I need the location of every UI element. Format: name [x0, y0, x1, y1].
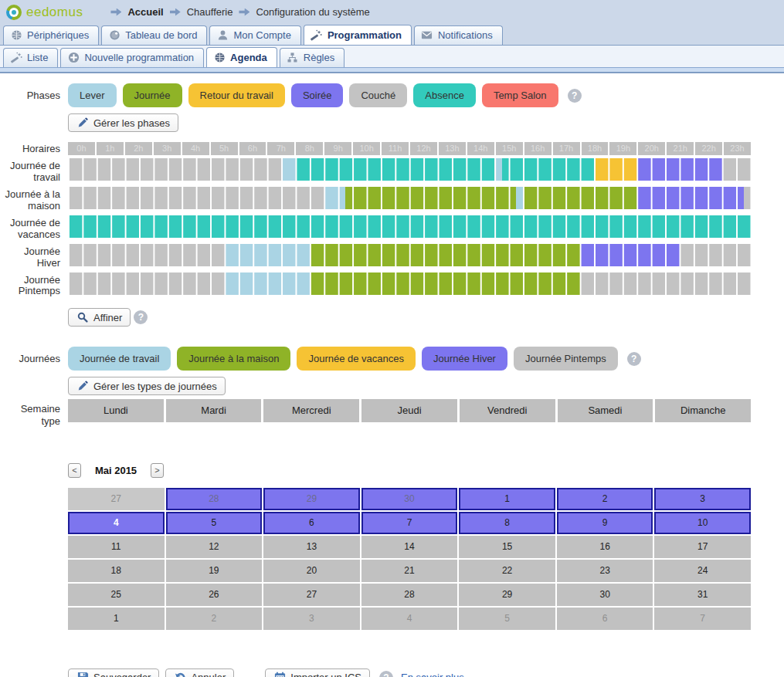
- day-type-button-journee-de-travail[interactable]: Journée de travail: [68, 347, 171, 371]
- main-tab-mon-compte[interactable]: Mon Compte: [209, 25, 300, 45]
- calendar-day-cell[interactable]: 28: [361, 584, 458, 606]
- eedomus-logo[interactable]: eedomus: [6, 5, 83, 20]
- manage-phases-button[interactable]: Gérer les phases: [68, 113, 178, 132]
- phase-button-temp-salon[interactable]: Temp Salon: [482, 83, 558, 107]
- calendar-day-cell[interactable]: 12: [166, 536, 263, 558]
- main-tab-peripheriques[interactable]: Périphériques: [3, 25, 99, 45]
- calendar-day-cell[interactable]: 21: [361, 560, 458, 582]
- calendar-day-cell[interactable]: 28: [166, 488, 263, 510]
- timeline-segment-lever[interactable]: [324, 187, 346, 209]
- calendar-day-cell[interactable]: 29: [459, 584, 555, 606]
- phase-button-couche[interactable]: Couché: [349, 83, 407, 107]
- calendar-day-cell[interactable]: 20: [263, 560, 360, 582]
- timeline-segment-soiree[interactable]: [580, 244, 680, 266]
- day-type-button-journee-hiver[interactable]: Journée Hiver: [422, 347, 507, 371]
- calendar-day-cell[interactable]: 2: [557, 488, 653, 510]
- timeline-segment-journee[interactable]: [310, 244, 580, 266]
- breadcrumb-item-accueil[interactable]: Accueil: [127, 6, 163, 18]
- timeline-segment-couche[interactable]: [68, 244, 225, 266]
- help-icon[interactable]: ?: [568, 89, 582, 103]
- timeline-segment-journee[interactable]: [310, 272, 580, 295]
- day-type-button-journee-de-vacances[interactable]: Journée de vacances: [297, 347, 416, 371]
- timeline-segment-absence[interactable]: [296, 158, 495, 181]
- calendar-day-cell[interactable]: 27: [68, 488, 165, 510]
- calendar-day-cell[interactable]: 6: [557, 608, 653, 630]
- timeline-segment-couche[interactable]: [680, 244, 751, 266]
- timeline-segment-lever[interactable]: [495, 158, 502, 181]
- timeline-segment-couche[interactable]: [744, 187, 751, 209]
- calendar-day-cell[interactable]: 11: [68, 536, 165, 558]
- calendar-day-cell[interactable]: 9: [557, 512, 653, 534]
- calendar-day-cell[interactable]: 5: [459, 608, 555, 630]
- calendar-day-cell[interactable]: 1: [68, 608, 165, 630]
- save-button[interactable]: Sauvegarder: [68, 669, 159, 677]
- import-ics-button[interactable]: Importer un ICS: [265, 669, 370, 677]
- learn-more-link[interactable]: En savoir plus: [401, 672, 464, 677]
- timeline-segment-couche[interactable]: [68, 187, 324, 209]
- help-icon[interactable]: ?: [627, 352, 641, 366]
- calendar-day-cell[interactable]: 30: [557, 584, 653, 606]
- phase-button-retour-du-travail[interactable]: Retour du travail: [188, 83, 285, 107]
- day-type-button-journee-a-la-maison[interactable]: Journée à la maison: [177, 347, 290, 371]
- timeline-segment-retour[interactable]: [594, 158, 636, 181]
- calendar-day-cell[interactable]: 4: [361, 608, 458, 630]
- timeline-segment-couche[interactable]: [68, 158, 281, 181]
- timeline-segment-journee[interactable]: [345, 187, 516, 209]
- help-icon[interactable]: ?: [379, 671, 393, 677]
- calendar-day-cell[interactable]: 19: [166, 560, 263, 582]
- breadcrumb-item-configuration-du-systeme[interactable]: Configuration du système: [256, 6, 369, 18]
- phase-button-absence[interactable]: Absence: [413, 83, 476, 107]
- sub-tab-agenda[interactable]: Agenda: [206, 47, 277, 67]
- timeline-segment-soiree[interactable]: [637, 187, 744, 209]
- calendar-day-cell[interactable]: 3: [263, 608, 360, 630]
- sub-tab-liste[interactable]: Liste: [3, 48, 58, 67]
- timeline-bar-journee-a-la-maison[interactable]: [68, 187, 751, 209]
- timeline-segment-lever[interactable]: [225, 244, 311, 266]
- calendar-day-cell[interactable]: 26: [166, 584, 263, 606]
- calendar-day-cell[interactable]: 27: [263, 584, 360, 606]
- calendar-day-cell[interactable]: 13: [263, 536, 360, 558]
- timeline-segment-couche[interactable]: [722, 158, 751, 181]
- cancel-button[interactable]: Annuler: [165, 669, 234, 677]
- timeline-segment-journee[interactable]: [523, 187, 636, 209]
- timeline-bar-journee-de-vacances[interactable]: [68, 215, 751, 238]
- phase-button-journee[interactable]: Journée: [123, 83, 182, 107]
- calendar-day-cell[interactable]: 8: [459, 512, 555, 534]
- calendar-day-cell[interactable]: 5: [166, 512, 263, 534]
- calendar-day-cell[interactable]: 17: [654, 536, 751, 558]
- main-tab-notifications[interactable]: Notifications: [414, 25, 503, 45]
- timeline-segment-soiree[interactable]: [637, 158, 723, 181]
- timeline-segment-lever[interactable]: [281, 158, 295, 181]
- affiner-button[interactable]: Affiner: [68, 308, 131, 327]
- phase-button-soiree[interactable]: Soirée: [291, 83, 344, 107]
- calendar-next-button[interactable]: >: [151, 463, 164, 478]
- timeline-bar-journee-pintemps[interactable]: [68, 272, 751, 295]
- help-icon[interactable]: ?: [134, 310, 148, 324]
- timeline-segment-lever[interactable]: [225, 272, 311, 295]
- calendar-day-cell[interactable]: 7: [654, 608, 751, 630]
- calendar-day-cell[interactable]: 7: [361, 512, 458, 534]
- calendar-day-cell[interactable]: 25: [68, 584, 165, 606]
- calendar-day-cell[interactable]: 14: [361, 536, 458, 558]
- calendar-day-cell[interactable]: 3: [654, 488, 751, 510]
- calendar-day-cell[interactable]: 2: [166, 608, 263, 630]
- phase-button-lever[interactable]: Lever: [68, 83, 117, 107]
- manage-day-types-button[interactable]: Gérer les types de journées: [68, 377, 226, 395]
- calendar-day-cell[interactable]: 4: [68, 512, 165, 534]
- day-type-button-journee-pintemps[interactable]: Journée Pintemps: [514, 347, 618, 371]
- calendar-day-cell[interactable]: 1: [459, 488, 555, 510]
- sub-tab-nouvelle-programmation[interactable]: Nouvelle programmation: [60, 48, 204, 67]
- calendar-day-cell[interactable]: 15: [459, 536, 555, 558]
- calendar-prev-button[interactable]: <: [68, 463, 81, 478]
- calendar-day-cell[interactable]: 30: [361, 488, 458, 510]
- timeline-bar-journee-hiver[interactable]: [68, 244, 751, 266]
- main-tab-tableau-de-bord[interactable]: Tableau de bord: [101, 25, 207, 45]
- calendar-day-cell[interactable]: 10: [654, 512, 751, 534]
- timeline-segment-lever[interactable]: [516, 187, 523, 209]
- sub-tab-regles[interactable]: Règles: [280, 48, 344, 67]
- calendar-day-cell[interactable]: 6: [263, 512, 360, 534]
- calendar-day-cell[interactable]: 24: [654, 560, 751, 582]
- breadcrumb-item-chaufferie[interactable]: Chaufferie: [187, 6, 233, 18]
- main-tab-programmation[interactable]: Programmation: [304, 25, 412, 45]
- calendar-day-cell[interactable]: 18: [68, 560, 165, 582]
